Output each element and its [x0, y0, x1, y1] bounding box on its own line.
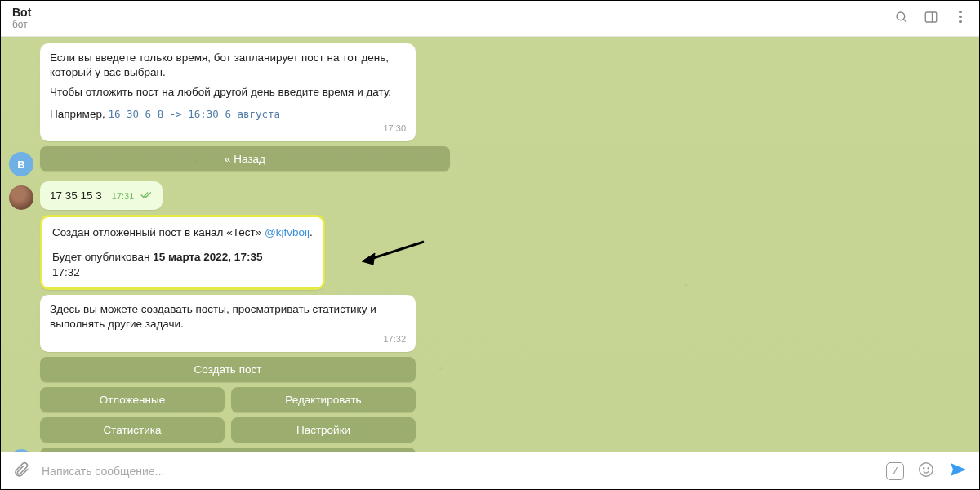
chat-subtitle: бот	[12, 20, 31, 30]
user-message: 17 35 15 3 17:31	[40, 181, 163, 210]
keyboard-button-settings[interactable]: Настройки	[231, 417, 416, 443]
instr-line2: Чтобы отложить пост на любой другой день…	[50, 85, 406, 100]
confirm-suffix: .	[310, 226, 313, 238]
annotation-arrow	[360, 237, 425, 270]
confirm-date: 15 марта 2022, 17:35	[153, 251, 262, 263]
keyboard-button-edit[interactable]: Редактировать	[231, 387, 416, 412]
more-icon[interactable]	[953, 10, 968, 24]
bot-avatar[interactable]: B	[9, 152, 33, 176]
bot-message-confirmation: Создан отложенный пост в канал «Тест» @k…	[40, 215, 325, 290]
message-time: 17:31	[112, 190, 135, 203]
commands-icon[interactable]: /	[886, 462, 904, 480]
chat-title-block[interactable]: Bot бот	[12, 7, 31, 30]
emoji-icon[interactable]	[917, 461, 935, 482]
svg-point-6	[920, 462, 933, 476]
message-time: 17:32	[383, 333, 406, 345]
chat-area: Если вы введете только время, бот заплан…	[1, 37, 979, 452]
keyboard-button-create[interactable]: Создать пост	[40, 357, 416, 382]
svg-marker-5	[362, 253, 375, 265]
confirm-line2-prefix: Будет опубликован	[52, 251, 153, 263]
svg-point-7	[924, 467, 924, 468]
bot-avatar[interactable]: B	[9, 449, 33, 452]
avatar-spacer	[9, 327, 33, 352]
user-avatar[interactable]	[9, 185, 33, 210]
bot-message-instructions: Если вы введете только время, бот заплан…	[40, 43, 416, 141]
confirm-prefix: Создан отложенный пост в канал «Тест»	[52, 226, 265, 238]
avatar-spacer	[9, 117, 33, 141]
search-icon[interactable]	[894, 10, 909, 28]
keyboard-grid: Создать пост Отложенные Редактировать Ст…	[40, 357, 416, 452]
chat-title: Bot	[12, 7, 31, 19]
svg-point-0	[897, 12, 905, 20]
svg-rect-2	[925, 12, 937, 22]
svg-line-1	[903, 19, 906, 22]
keyboard-button-back[interactable]: « Назад	[40, 146, 450, 172]
instr-example-prefix: Например,	[50, 108, 108, 120]
menu-intro-text: Здесь вы можете создавать посты, просмат…	[50, 303, 376, 330]
message-input-bar: /	[1, 452, 979, 489]
keyboard-button-deferred[interactable]: Отложенные	[40, 387, 225, 412]
chat-header: Bot бот	[1, 1, 979, 37]
keyboard-button-promo[interactable]: 20K показов канала за 1140	[40, 448, 416, 452]
svg-point-8	[928, 467, 929, 468]
bot-message-menu-intro: Здесь вы можете создавать посты, просмат…	[40, 295, 416, 352]
keyboard-button-stats[interactable]: Статистика	[40, 417, 225, 443]
avatar-spacer	[9, 265, 33, 290]
svg-line-4	[368, 242, 424, 260]
read-checks-icon	[140, 189, 153, 203]
message-time: 17:32	[52, 266, 80, 278]
message-time: 17:30	[383, 122, 406, 135]
instr-example-code: 16 30 6 8 -> 16:30 6 августа	[108, 108, 280, 120]
panel-icon[interactable]	[924, 10, 938, 28]
attach-icon[interactable]	[12, 461, 30, 482]
user-message-text: 17 35 15 3	[50, 189, 102, 203]
send-icon[interactable]	[948, 460, 968, 483]
instr-line1: Если вы введете только время, бот заплан…	[50, 51, 406, 80]
message-input[interactable]	[42, 465, 875, 478]
channel-mention[interactable]: @kjfvboij	[265, 226, 310, 238]
